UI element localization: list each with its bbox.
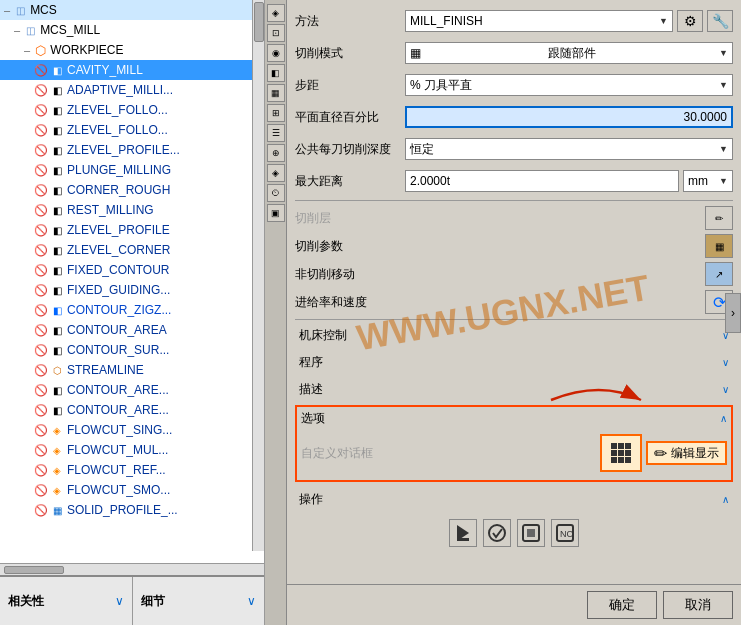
non-cut-icon-btn[interactable]: ↗: [705, 262, 733, 286]
operation-section[interactable]: 操作 ∧: [295, 488, 733, 511]
toolbar-btn-3[interactable]: ◉: [267, 44, 285, 62]
h-scroll-thumb[interactable]: [4, 566, 64, 574]
left-panel: – ◫ MCS – ◫ MCS_MILL – ⬡ WORKPIECE 🚫 ◧ C…: [0, 0, 265, 625]
tree-item-mcs[interactable]: – ◫ MCS: [0, 0, 264, 20]
correlation-label: 相关性: [8, 593, 44, 610]
diameter-pct-input[interactable]: [405, 106, 733, 128]
correlation-panel[interactable]: 相关性 ∨: [0, 577, 133, 625]
svg-text:NC: NC: [560, 529, 573, 539]
toolbar-btn-6[interactable]: ⊞: [267, 104, 285, 122]
svg-rect-5: [625, 450, 631, 456]
cut-layer-icon-btn[interactable]: ✏: [705, 206, 733, 230]
detail-arrow: ∨: [247, 594, 256, 608]
tree-item-mcs-mill[interactable]: – ◫ MCS_MILL: [0, 20, 264, 40]
toolbar-btn-2[interactable]: ⊡: [267, 24, 285, 42]
confirm-button[interactable]: 确定: [587, 591, 657, 619]
tree-item-zlevel-profile[interactable]: 🚫 ◧ ZLEVEL_PROFILE... ✕: [0, 140, 264, 160]
tree-item-contour-zigz[interactable]: 🚫 ◧ CONTOUR_ZIGZ... ✕: [0, 300, 264, 320]
tree-item-flowcut-sing[interactable]: 🚫 ◈ FLOWCUT_SING... ✕: [0, 420, 264, 440]
cut-params-icon-btn[interactable]: ▦: [705, 234, 733, 258]
zlevel-profile-label: ZLEVEL_PROFILE...: [67, 143, 251, 157]
tree-item-rest-milling[interactable]: 🚫 ◧ REST_MILLING ✕: [0, 200, 264, 220]
tree-item-fixed-guiding[interactable]: 🚫 ◧ FIXED_GUIDING... ✕: [0, 280, 264, 300]
svg-rect-0: [611, 443, 617, 449]
contour-zigz-label: CONTOUR_ZIGZ...: [67, 303, 251, 317]
tree-item-zlevel-profile2[interactable]: 🚫 ◧ ZLEVEL_PROFILE ✕: [0, 220, 264, 240]
method-dropdown[interactable]: MILL_FINISH ▼: [405, 10, 673, 32]
toolbar-btn-5[interactable]: ▦: [267, 84, 285, 102]
tree-item-contour-are2[interactable]: 🚫 ◧ CONTOUR_ARE... ✕: [0, 380, 264, 400]
mcs-mill-icon: ◫: [22, 22, 38, 38]
edit-icon: ✏: [654, 444, 667, 463]
bottom-panels: 相关性 ∨ 细节 ∨: [0, 575, 264, 625]
toolbar-btn-8[interactable]: ⊕: [267, 144, 285, 162]
max-dist-control: mm ▼: [405, 170, 733, 192]
toolbar-btn-9[interactable]: ◈: [267, 164, 285, 182]
op-icon: ◈: [49, 422, 65, 438]
tree-item-contour-are3[interactable]: 🚫 ◧ CONTOUR_ARE... ✕: [0, 400, 264, 420]
svg-rect-1: [618, 443, 624, 449]
svg-rect-10: [457, 538, 469, 541]
horizontal-scrollbar[interactable]: [0, 563, 264, 575]
grid-display-btn[interactable]: [600, 434, 642, 472]
toolbar-btn-4[interactable]: ◧: [267, 64, 285, 82]
tree-item-flowcut-ref[interactable]: 🚫 ◈ FLOWCUT_REF... ✕: [0, 460, 264, 480]
max-dist-unit-dropdown[interactable]: mm ▼: [683, 170, 733, 192]
toolbar-btn-10[interactable]: ⏲: [267, 184, 285, 202]
edit-display-btn[interactable]: ✏ 编辑显示: [646, 441, 727, 465]
divider2: [295, 319, 733, 320]
vertical-scrollbar[interactable]: [252, 0, 264, 551]
action-bar: 确定 取消: [265, 584, 741, 625]
tree-item-zlevel1[interactable]: 🚫 ◧ ZLEVEL_FOLLO... ✕: [0, 100, 264, 120]
toolbar-btn-7[interactable]: ☰: [267, 124, 285, 142]
tree-item-zlevel2[interactable]: 🚫 ◧ ZLEVEL_FOLLO... ✕: [0, 120, 264, 140]
op-btn-2[interactable]: [483, 519, 511, 547]
adaptive-label: ADAPTIVE_MILLI...: [67, 83, 251, 97]
tree-item-flowcut-smo[interactable]: 🚫 ◈ FLOWCUT_SMO... ✕: [0, 480, 264, 500]
op-icon: ◈: [49, 442, 65, 458]
description-section[interactable]: 描述 ∨: [295, 378, 733, 401]
tree-item-flowcut-mul[interactable]: 🚫 ◈ FLOWCUT_MUL... ✕: [0, 440, 264, 460]
tree-item-zlevel-corner[interactable]: 🚫 ◧ ZLEVEL_CORNER ✕: [0, 240, 264, 260]
workpiece-icon: ⬡: [32, 42, 48, 58]
program-section[interactable]: 程序 ∨: [295, 351, 733, 374]
max-dist-input[interactable]: [405, 170, 679, 192]
tree-item-corner-rough[interactable]: 🚫 ◧ CORNER_ROUGH ✕: [0, 180, 264, 200]
tree-item-plunge[interactable]: 🚫 ◧ PLUNGE_MILLING ✕: [0, 160, 264, 180]
diameter-pct-row: 平面直径百分比: [295, 104, 733, 130]
detail-panel[interactable]: 细节 ∨: [133, 577, 265, 625]
collapse-panel-btn[interactable]: ›: [725, 293, 741, 333]
step-control: % 刀具平直 ▼: [405, 74, 733, 96]
tree-item-streamline[interactable]: 🚫 ⬡ STREAMLINE ✕: [0, 360, 264, 380]
cut-mode-dropdown[interactable]: ▦ 跟随部件 ▼: [405, 42, 733, 64]
non-cut-control: ↗: [405, 262, 733, 286]
op-btn-3[interactable]: [517, 519, 545, 547]
tree-item-contour-area1[interactable]: 🚫 ◧ CONTOUR_AREA ✕: [0, 320, 264, 340]
flowcut-smo-label: FLOWCUT_SMO...: [67, 483, 251, 497]
cut-mode-label: 切削模式: [295, 45, 405, 62]
toolbar-btn-1[interactable]: ◈: [267, 4, 285, 22]
tree-item-adaptive[interactable]: 🚫 ◧ ADAPTIVE_MILLI... ✕: [0, 80, 264, 100]
fixed-contour-label: FIXED_CONTOUR: [67, 263, 251, 277]
machine-control-section[interactable]: 机床控制 ∨: [295, 324, 733, 347]
scroll-thumb[interactable]: [254, 2, 264, 42]
cut-depth-dropdown[interactable]: 恒定 ▼: [405, 138, 733, 160]
method-label: 方法: [295, 13, 405, 30]
tree-item-solid-profile[interactable]: 🚫 ▦ SOLID_PROFILE_... ✕: [0, 500, 264, 520]
method-icon-btn1[interactable]: ⚙: [677, 10, 703, 32]
tree-item-workpiece[interactable]: – ⬡ WORKPIECE: [0, 40, 264, 60]
ban-icon: 🚫: [34, 444, 48, 457]
tree-item-fixed-contour[interactable]: 🚫 ◧ FIXED_CONTOUR ✕: [0, 260, 264, 280]
options-header[interactable]: 选项 ∧: [297, 407, 731, 430]
options-content: 自定义对话框: [297, 430, 731, 480]
op-btn-1[interactable]: [449, 519, 477, 547]
tree-item-contour-sur[interactable]: 🚫 ◧ CONTOUR_SUR... ✕: [0, 340, 264, 360]
edit-display-label: 编辑显示: [671, 445, 719, 462]
tree-item-cavity-mill[interactable]: 🚫 ◧ CAVITY_MILL ✕: [0, 60, 264, 80]
op-icon: ◈: [49, 462, 65, 478]
method-icon-btn2[interactable]: 🔧: [707, 10, 733, 32]
op-btn-4[interactable]: NC: [551, 519, 579, 547]
toolbar-btn-11[interactable]: ▣: [267, 204, 285, 222]
step-dropdown[interactable]: % 刀具平直 ▼: [405, 74, 733, 96]
cancel-button[interactable]: 取消: [663, 591, 733, 619]
